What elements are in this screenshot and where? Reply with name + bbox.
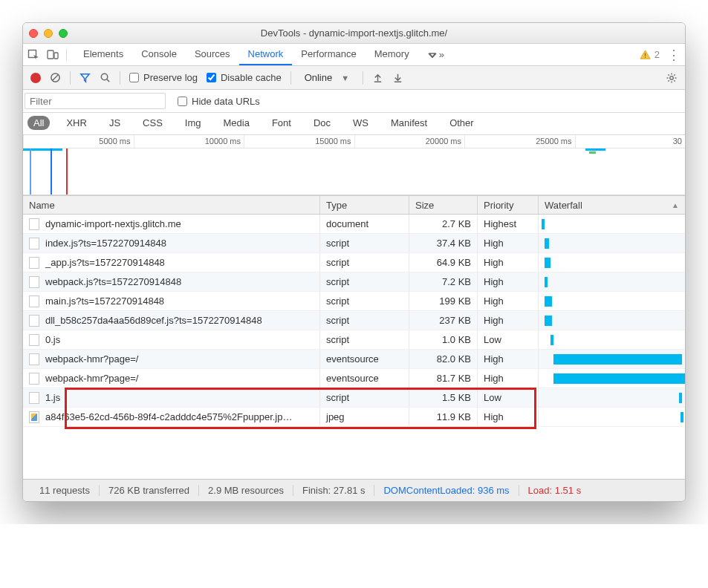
cell-waterfall	[539, 330, 685, 349]
cell-waterfall	[539, 388, 685, 407]
document-file-icon	[29, 315, 39, 327]
document-file-icon	[29, 373, 39, 385]
cell-name: a84f63e5-62cd-456b-89f4-c2adddc4e575%2Fp…	[23, 408, 320, 426]
timeline-tick: 30	[575, 135, 686, 148]
throttling-value: Online	[305, 72, 333, 83]
cell-priority: High	[478, 369, 539, 388]
type-filter-other[interactable]: Other	[444, 116, 480, 130]
tab-sources[interactable]: Sources	[186, 44, 239, 65]
timeline-overview[interactable]: 5000 ms10000 ms15000 ms20000 ms25000 ms3…	[23, 135, 685, 195]
svg-line-8	[107, 79, 109, 82]
cell-size: 64.9 KB	[409, 253, 478, 272]
cell-priority: High	[478, 253, 539, 272]
document-file-icon	[29, 334, 39, 346]
document-file-icon	[29, 276, 39, 288]
document-file-icon	[29, 257, 39, 269]
filter-input[interactable]	[25, 93, 166, 109]
tab-memory[interactable]: Memory	[366, 44, 418, 65]
preserve-log-checkbox[interactable]: Preserve log	[129, 72, 198, 83]
minimize-window-button[interactable]	[44, 29, 53, 38]
column-waterfall[interactable]: Waterfall▲	[539, 196, 685, 214]
network-toolbar: Preserve log Disable cache Online ▼	[23, 66, 685, 90]
table-row[interactable]: webpack-hmr?page=/eventsource82.0 KBHigh	[23, 350, 685, 369]
status-domcontentloaded: DOMContentLoaded: 936 ms	[374, 485, 518, 496]
type-filter-ws[interactable]: WS	[347, 116, 374, 130]
cell-type: script	[320, 311, 409, 330]
cell-size: 37.4 KB	[409, 234, 478, 252]
type-filter-font[interactable]: Font	[266, 116, 297, 130]
cell-priority: High	[478, 350, 539, 368]
type-filter-css[interactable]: CSS	[137, 116, 169, 130]
cell-size: 199 KB	[409, 292, 478, 310]
cell-priority: Low	[478, 330, 539, 349]
type-filter-doc[interactable]: Doc	[308, 116, 337, 130]
hide-data-urls-checkbox[interactable]: Hide data URLs	[178, 96, 260, 107]
cell-name: dynamic-import-nextjs.glitch.me	[23, 215, 320, 233]
search-icon[interactable]	[100, 72, 111, 83]
zoom-window-button[interactable]	[59, 29, 68, 38]
table-row[interactable]: dll_b58c257da4aa56d89cef.js?ts=157227091…	[23, 311, 685, 330]
record-button[interactable]	[30, 73, 41, 83]
column-priority[interactable]: Priority	[478, 196, 539, 214]
chevron-down-icon: ▼	[341, 74, 349, 82]
close-window-button[interactable]	[29, 29, 38, 38]
inspect-element-icon[interactable]	[27, 49, 39, 61]
tab-elements[interactable]: Elements	[74, 44, 132, 65]
status-requests: 11 requests	[30, 485, 99, 496]
devtools-menu-icon[interactable]: ⋮	[667, 47, 681, 63]
export-har-icon[interactable]	[392, 72, 403, 83]
cell-waterfall	[539, 350, 685, 368]
filter-toggle-icon[interactable]	[79, 72, 91, 83]
clear-button[interactable]	[50, 72, 61, 83]
warnings-badge[interactable]: 2	[640, 49, 660, 60]
more-tabs-button[interactable]: »	[418, 49, 453, 60]
requests-table-header: Name Type Size Priority Waterfall▲	[23, 195, 685, 215]
table-row[interactable]: webpack.js?ts=1572270914848script7.2 KBH…	[23, 272, 685, 292]
table-row[interactable]: _app.js?ts=1572270914848script64.9 KBHig…	[23, 253, 685, 272]
type-filter-manifest[interactable]: Manifest	[385, 116, 433, 130]
settings-icon[interactable]	[666, 72, 678, 84]
tab-console[interactable]: Console	[132, 44, 186, 65]
cell-type: script	[320, 272, 409, 291]
device-toolbar-icon[interactable]	[47, 49, 59, 61]
column-size[interactable]: Size	[409, 196, 478, 214]
cell-priority: High	[478, 408, 539, 426]
cell-waterfall	[539, 292, 685, 310]
throttling-select[interactable]: Online ▼	[300, 72, 354, 83]
cell-type: eventsource	[320, 350, 409, 368]
tab-network[interactable]: Network	[239, 44, 293, 65]
table-row[interactable]: index.js?ts=1572270914848script37.4 KBHi…	[23, 234, 685, 253]
timeline-tick: 15000 ms	[244, 135, 354, 148]
timeline-tick: 5000 ms	[23, 135, 134, 148]
type-filter-img[interactable]: Img	[179, 116, 207, 130]
disable-cache-checkbox[interactable]: Disable cache	[207, 72, 282, 83]
status-load: Load: 1.51 s	[519, 485, 591, 496]
table-row[interactable]: a84f63e5-62cd-456b-89f4-c2adddc4e575%2Fp…	[23, 408, 685, 427]
cell-type: script	[320, 330, 409, 349]
tab-performance[interactable]: Performance	[292, 44, 365, 65]
svg-point-11	[670, 76, 673, 79]
svg-rect-3	[645, 53, 646, 56]
cell-size: 1.0 KB	[409, 330, 478, 349]
table-row[interactable]: webpack-hmr?page=/eventsource81.7 KBHigh	[23, 369, 685, 388]
table-row[interactable]: main.js?ts=1572270914848script199 KBHigh	[23, 292, 685, 311]
type-filter-all[interactable]: All	[27, 116, 50, 130]
cell-type: script	[320, 253, 409, 272]
cell-size: 7.2 KB	[409, 272, 478, 291]
cell-size: 11.9 KB	[409, 408, 478, 426]
column-name[interactable]: Name	[23, 196, 320, 214]
import-har-icon[interactable]	[372, 72, 383, 83]
hide-data-urls-label: Hide data URLs	[192, 96, 260, 107]
timeline-tick: 20000 ms	[354, 135, 465, 148]
svg-rect-1	[48, 50, 53, 59]
status-resources: 2.9 MB resources	[198, 485, 293, 496]
column-type[interactable]: Type	[320, 196, 409, 214]
table-row[interactable]: 1.jsscript1.5 KBLow	[23, 388, 685, 408]
type-filter-xhr[interactable]: XHR	[60, 116, 92, 130]
type-filter-js[interactable]: JS	[103, 116, 126, 130]
cell-priority: High	[478, 272, 539, 291]
table-row[interactable]: dynamic-import-nextjs.glitch.medocument2…	[23, 215, 685, 234]
cell-type: script	[320, 388, 409, 407]
type-filter-media[interactable]: Media	[217, 116, 255, 130]
table-row[interactable]: 0.jsscript1.0 KBLow	[23, 330, 685, 350]
